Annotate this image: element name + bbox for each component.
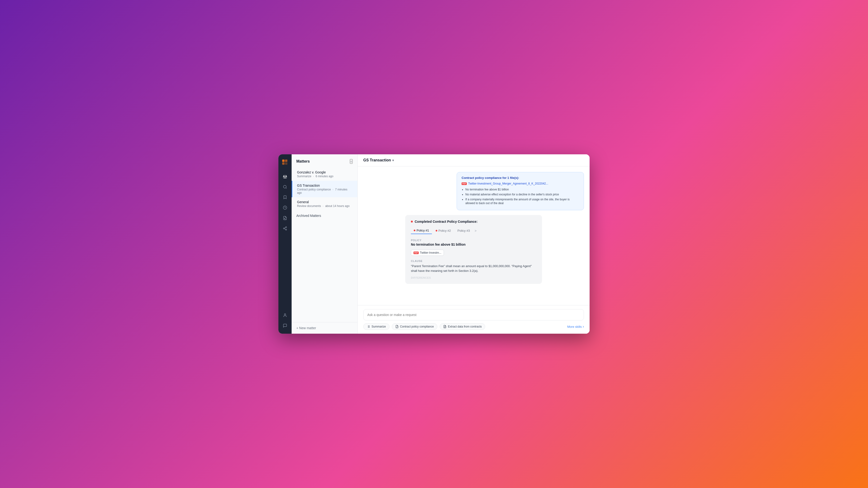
policy-tab-2[interactable]: Policy #2 bbox=[433, 228, 454, 234]
chat-input-wrapper bbox=[363, 309, 584, 320]
separator: · bbox=[333, 188, 333, 191]
nav-doc-search-icon[interactable] bbox=[281, 214, 289, 222]
matter-title-button[interactable]: GS Transaction ▾ bbox=[363, 158, 394, 162]
extract-data-label: Extract data from contracts bbox=[448, 325, 482, 328]
sidebar-item-general[interactable]: General Review documents · about 14 hour… bbox=[291, 197, 358, 210]
info-card-file: PDF Twitter-Investment_Group_Merger_Agre… bbox=[462, 182, 579, 185]
sidebar-item-time: about 14 hours ago bbox=[325, 204, 349, 208]
icon-bar bbox=[278, 154, 291, 334]
clause-text: "Parent Termination Fee" shall mean an a… bbox=[411, 264, 536, 273]
doc-check-icon bbox=[395, 325, 399, 328]
summarize-label: Summarize bbox=[372, 325, 386, 328]
matter-title-text: GS Transaction bbox=[363, 158, 391, 162]
sidebar-collapse-button[interactable]: « bbox=[350, 159, 353, 164]
nav-chat-icon[interactable] bbox=[281, 321, 289, 330]
policy-item-2: No material adverse effect exception for… bbox=[465, 193, 579, 197]
info-card-filename: Twitter-Investment_Group_Merger_Agreemen… bbox=[468, 182, 548, 185]
sidebar-footer: + New matter bbox=[291, 322, 358, 334]
chevron-down-icon: ▾ bbox=[392, 159, 394, 162]
compliance-header: Completed Contract Policy Compliance: bbox=[411, 220, 536, 224]
list-icon bbox=[367, 325, 370, 328]
separator: · bbox=[313, 175, 314, 178]
policy-text: No termination fee above $1 billion bbox=[411, 242, 536, 246]
differences-label: DIFFERENCES bbox=[411, 276, 536, 279]
sidebar-item-meta: Contract policy compliance · 7 minutes a… bbox=[297, 188, 353, 195]
svg-rect-0 bbox=[282, 160, 284, 162]
svg-line-9 bbox=[285, 219, 285, 220]
svg-rect-2 bbox=[282, 162, 284, 165]
svg-point-15 bbox=[284, 314, 286, 315]
sidebar-items-list: Gonzalez v. Google Summarize · 6 minutes… bbox=[291, 168, 358, 322]
svg-line-6 bbox=[286, 188, 286, 188]
separator: · bbox=[323, 204, 323, 208]
sidebar-item-name: Gonzalez v. Google bbox=[297, 170, 353, 174]
summarize-chip[interactable]: Summarize bbox=[363, 323, 390, 330]
main-header: GS Transaction ▾ bbox=[358, 154, 590, 166]
info-card: Contract policy compliance for 1 file(s)… bbox=[457, 172, 584, 210]
policy-section-label: POLICY bbox=[411, 239, 536, 242]
svg-point-5 bbox=[283, 185, 286, 188]
app-window: Matters « Gonzalez v. Google Summarize ·… bbox=[278, 154, 590, 334]
sidebar-item-name: General bbox=[297, 200, 353, 204]
tab-label-2: Policy #2 bbox=[438, 229, 451, 232]
sidebar-title: Matters bbox=[296, 159, 310, 164]
nav-history-icon[interactable] bbox=[281, 203, 289, 212]
compliance-card: Completed Contract Policy Compliance: Po… bbox=[405, 215, 542, 284]
status-dot bbox=[411, 221, 413, 223]
policy-tab-1[interactable]: Policy #1 bbox=[411, 227, 432, 234]
svg-point-12 bbox=[285, 229, 287, 230]
nav-share-icon[interactable] bbox=[281, 224, 289, 233]
svg-point-8 bbox=[284, 218, 285, 219]
nav-scales-icon[interactable] bbox=[281, 172, 289, 181]
contract-compliance-label: Contract policy compliance bbox=[400, 325, 434, 328]
sidebar-item-action: Summarize bbox=[297, 175, 311, 178]
tab-dot-1 bbox=[414, 230, 415, 231]
policy-tabs: Policy #1 Policy #2 Policy #3 > bbox=[411, 227, 536, 234]
svg-line-14 bbox=[284, 228, 285, 228]
svg-point-10 bbox=[285, 227, 287, 228]
sidebar-item-time: 6 minutes ago bbox=[316, 175, 333, 178]
nav-bookmark-icon[interactable] bbox=[281, 193, 289, 202]
svg-point-11 bbox=[283, 228, 284, 229]
app-logo bbox=[281, 158, 289, 167]
sidebar-header: Matters « bbox=[291, 154, 358, 168]
main-content: GS Transaction ▾ Contract policy complia… bbox=[358, 154, 590, 334]
sidebar-item-name: GS Transaction bbox=[297, 183, 353, 188]
extract-data-chip[interactable]: Extract data from contracts bbox=[440, 323, 485, 330]
sidebar-item-action: Review documents bbox=[297, 204, 321, 208]
file-chip[interactable]: PDF Twitter-Investm... bbox=[411, 250, 444, 256]
policy-item-1: No termination fee above $1 billion bbox=[465, 188, 579, 192]
contract-compliance-chip[interactable]: Contract policy compliance bbox=[392, 323, 437, 330]
icon-bar-nav bbox=[281, 172, 289, 311]
chip-pdf-badge: PDF bbox=[413, 252, 419, 254]
clause-section-label: CLAUSE bbox=[411, 260, 536, 262]
tab-more-button[interactable]: > bbox=[474, 228, 477, 234]
sidebar-item-gs-transaction[interactable]: GS Transaction Contract policy complianc… bbox=[291, 181, 358, 197]
more-skills-label: More skills bbox=[567, 325, 582, 328]
more-skills-chevron: › bbox=[583, 324, 584, 329]
chat-input[interactable] bbox=[367, 313, 580, 317]
sidebar-archived-matters[interactable]: Archived Matters bbox=[291, 210, 358, 221]
icon-bar-bottom bbox=[281, 311, 289, 330]
compliance-title: Completed Contract Policy Compliance: bbox=[415, 220, 477, 224]
nav-search-icon[interactable] bbox=[281, 183, 289, 191]
main-body: Contract policy compliance for 1 file(s)… bbox=[358, 166, 590, 305]
svg-rect-3 bbox=[285, 162, 287, 165]
tab-label-3: Policy #3 bbox=[458, 229, 470, 232]
chat-area: Summarize Contract policy compliance bbox=[358, 305, 590, 334]
sidebar-item-gonzalez[interactable]: Gonzalez v. Google Summarize · 6 minutes… bbox=[291, 168, 358, 181]
info-card-title: Contract policy compliance for 1 file(s)… bbox=[462, 176, 579, 179]
new-matter-label: + New matter bbox=[296, 326, 316, 330]
sidebar-item-action: Contract policy compliance bbox=[297, 188, 331, 191]
new-matter-button[interactable]: + New matter bbox=[296, 326, 316, 330]
policy-tab-3[interactable]: Policy #3 bbox=[455, 228, 473, 234]
nav-user-icon[interactable] bbox=[281, 311, 289, 319]
chip-filename: Twitter-Investm... bbox=[420, 251, 441, 254]
tab-dot-2 bbox=[436, 230, 437, 231]
sidebar-item-meta: Review documents · about 14 hours ago bbox=[297, 204, 353, 208]
svg-rect-1 bbox=[285, 160, 287, 162]
sidebar-item-meta: Summarize · 6 minutes ago bbox=[297, 175, 353, 178]
more-skills-button[interactable]: More skills › bbox=[567, 324, 584, 329]
sidebar: Matters « Gonzalez v. Google Summarize ·… bbox=[291, 154, 358, 334]
extract-icon bbox=[443, 325, 446, 328]
